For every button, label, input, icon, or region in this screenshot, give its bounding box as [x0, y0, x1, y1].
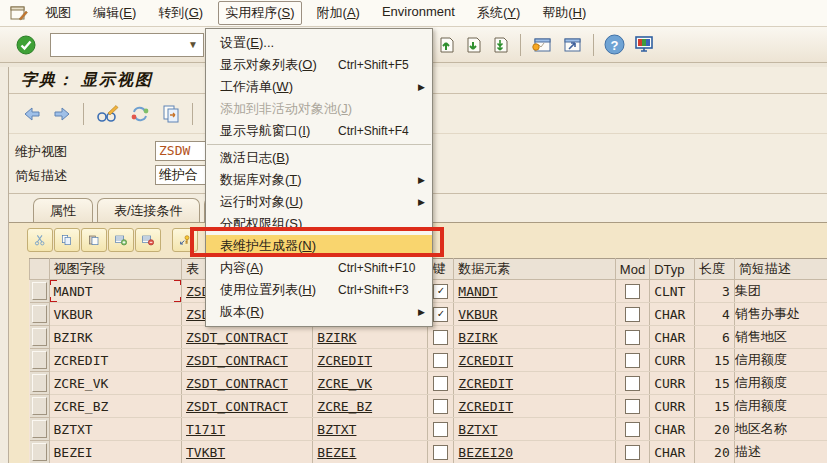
copy-object-button[interactable]: [159, 102, 183, 126]
menubar-item[interactable]: 视图: [38, 1, 78, 25]
combo-dropdown-icon[interactable]: ▼: [183, 39, 203, 50]
column-header-data_element[interactable]: 数据元素: [454, 259, 616, 280]
menu-item[interactable]: 数据库对象(T)▶: [206, 169, 432, 191]
row-selector-button[interactable]: [32, 420, 47, 438]
back-button[interactable]: [20, 103, 44, 125]
cell-field[interactable]: ZCREDIT: [313, 349, 428, 372]
cell-dtyp: CURR: [650, 395, 695, 418]
display-change-button[interactable]: [93, 102, 121, 126]
new-session-button[interactable]: [529, 33, 555, 57]
key-checkbox[interactable]: [433, 330, 448, 345]
cell-data_element[interactable]: MANDT: [454, 280, 616, 303]
column-header-length[interactable]: 长度: [694, 259, 734, 280]
column-header-mod[interactable]: Mod: [615, 259, 649, 280]
column-header-dtyp[interactable]: DTyp: [650, 259, 695, 280]
cell-dtyp: CHAR: [650, 303, 695, 326]
cell-data_element[interactable]: ZCREDIT: [454, 395, 616, 418]
select-all-header[interactable]: [30, 259, 50, 280]
page-down-button[interactable]: [462, 33, 485, 57]
menubar-item[interactable]: 附加(A): [310, 1, 367, 25]
row-selector-button[interactable]: [32, 282, 47, 300]
row-selector-button[interactable]: [32, 351, 47, 369]
row-selector-button[interactable]: [32, 328, 47, 346]
menu-item[interactable]: 激活日志(B): [206, 147, 432, 169]
cell-field[interactable]: BZTXT: [313, 418, 428, 441]
row-selector-button[interactable]: [32, 397, 47, 415]
cell-table[interactable]: ZSDT_CONTRACT: [182, 372, 313, 395]
tab[interactable]: 表/连接条件: [97, 198, 200, 222]
key-checkbox[interactable]: [433, 422, 448, 437]
cell-data_element[interactable]: ZCREDIT: [454, 372, 616, 395]
help-button[interactable]: ?: [602, 32, 627, 57]
menubar-item[interactable]: 转到(G): [151, 1, 210, 25]
key-fields-button[interactable]: [172, 228, 198, 252]
menu-item[interactable]: 显示对象列表(O)Ctrl+Shift+F5: [206, 54, 432, 76]
menubar-item[interactable]: 实用程序(S): [218, 1, 301, 25]
mod-checkbox[interactable]: [625, 330, 640, 345]
cell-key: [428, 326, 454, 349]
menubar-item[interactable]: 系统(Y): [470, 1, 527, 25]
paste-button[interactable]: [81, 228, 107, 252]
row-selector-button[interactable]: [32, 305, 47, 323]
key-checkbox[interactable]: [433, 376, 448, 391]
menu-item[interactable]: 表维护生成器(N): [206, 235, 432, 257]
cell-data_element[interactable]: BZIRK: [454, 326, 616, 349]
menu-item[interactable]: 版本(R)▶: [206, 301, 432, 323]
row-selector-cell: [30, 441, 50, 463]
column-header-short_desc[interactable]: 简短描述: [734, 259, 827, 280]
mod-checkbox[interactable]: [625, 307, 640, 322]
enter-check-button[interactable]: [14, 33, 38, 57]
create-shortcut-button[interactable]: [559, 33, 585, 57]
cell-table[interactable]: ZSDT_CONTRACT: [182, 349, 313, 372]
cell-table[interactable]: ZSDT_CONTRACT: [182, 395, 313, 418]
menu-item[interactable]: 显示导航窗口(I)Ctrl+Shift+F4: [206, 120, 432, 142]
menubar-item[interactable]: 帮助(H): [535, 1, 593, 25]
menu-item[interactable]: 使用位置列表(H)Ctrl+Shift+F3: [206, 279, 432, 301]
mod-checkbox[interactable]: [625, 284, 640, 299]
refresh-button[interactable]: [127, 102, 153, 126]
cell-data_element[interactable]: BZTXT: [454, 418, 616, 441]
insert-row-button[interactable]: [108, 228, 134, 252]
menubar-item[interactable]: 编辑(E): [86, 1, 143, 25]
cell-table[interactable]: T171T: [182, 418, 313, 441]
page-last-button[interactable]: [489, 33, 512, 57]
cell-table[interactable]: TVKBT: [182, 441, 313, 463]
column-header-view_field[interactable]: 视图字段: [49, 259, 182, 280]
menu-item[interactable]: 添加到非活动对象池(J): [206, 98, 432, 120]
cell-data_element[interactable]: VKBUR: [454, 303, 616, 326]
cell-data_element[interactable]: ZCREDIT: [454, 349, 616, 372]
menu-item[interactable]: 设置(E)...: [206, 32, 432, 54]
menu-item[interactable]: 分配权限组(S): [206, 213, 432, 235]
row-selector-button[interactable]: [32, 443, 47, 461]
cell-field[interactable]: BZIRK: [313, 326, 428, 349]
cut-button[interactable]: [27, 228, 53, 252]
key-checkbox[interactable]: [433, 353, 448, 368]
tab[interactable]: 属性: [33, 198, 93, 222]
mod-checkbox[interactable]: [625, 422, 640, 437]
page-up-button[interactable]: [435, 33, 458, 57]
menu-item[interactable]: 运行时对象(U)▶: [206, 191, 432, 213]
command-field[interactable]: [53, 35, 183, 55]
key-checkbox[interactable]: ✓: [433, 307, 448, 322]
menubar-item[interactable]: Environment: [375, 1, 462, 25]
cell-data_element[interactable]: BEZEI20: [454, 441, 616, 463]
cell-field[interactable]: ZCRE_VK: [313, 372, 428, 395]
customize-layout-button[interactable]: [631, 32, 657, 57]
copy-button[interactable]: [54, 228, 80, 252]
row-selector-button[interactable]: [32, 374, 47, 392]
key-checkbox[interactable]: [433, 399, 448, 414]
cell-mod: [615, 303, 649, 326]
cell-table[interactable]: ZSDT_CONTRACT: [182, 326, 313, 349]
menu-item[interactable]: 工作清单(W)▶: [206, 76, 432, 98]
mod-checkbox[interactable]: [625, 376, 640, 391]
key-checkbox[interactable]: [433, 445, 448, 460]
menu-item[interactable]: 内容(A)Ctrl+Shift+F10: [206, 257, 432, 279]
mod-checkbox[interactable]: [625, 353, 640, 368]
key-checkbox[interactable]: ✓: [433, 284, 448, 299]
cell-field[interactable]: BEZEI: [313, 441, 428, 463]
mod-checkbox[interactable]: [625, 399, 640, 414]
delete-row-button[interactable]: [135, 228, 161, 252]
cell-field[interactable]: ZCRE_BZ: [313, 395, 428, 418]
mod-checkbox[interactable]: [625, 445, 640, 460]
forward-button[interactable]: [50, 103, 74, 125]
